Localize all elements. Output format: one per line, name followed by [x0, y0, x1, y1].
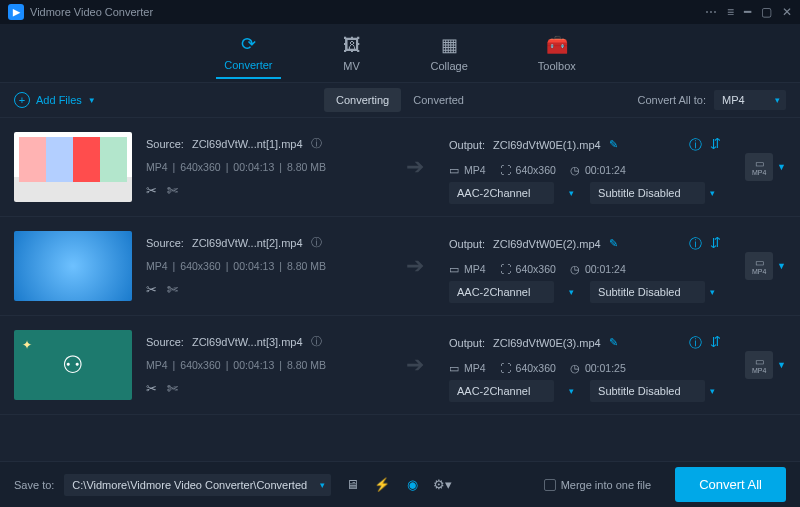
chevron-down-icon: ▼ — [88, 96, 96, 105]
convert-all-label: Convert All to: — [638, 94, 706, 106]
merge-checkbox[interactable]: Merge into one file — [544, 479, 652, 491]
settings-icon[interactable]: ⚙▾ — [431, 474, 453, 496]
profile-button[interactable]: ▭MP4 — [745, 252, 773, 280]
profile-button[interactable]: ▭MP4 — [745, 351, 773, 379]
source-actions: ✂ ✄ — [146, 282, 381, 297]
profile-wrap: ▭MP4 ▼ — [735, 252, 786, 280]
rename-icon[interactable]: ✎ — [609, 237, 618, 250]
profile-chevron-icon[interactable]: ▼ — [777, 261, 786, 271]
save-path-select[interactable]: C:\Vidmore\Vidmore Video Converter\Conve… — [64, 479, 331, 491]
output-meta: ▭MP4 ⛶640x360 ◷00:01:25 — [449, 362, 721, 375]
audio-value: AAC-2Channel — [449, 281, 554, 303]
film-icon: ▭ — [755, 356, 764, 367]
rename-icon[interactable]: ✎ — [609, 138, 618, 151]
mediainfo-icon[interactable]: ⓘ — [689, 235, 702, 253]
compress-icon[interactable]: ⇵ — [710, 136, 721, 154]
source-column: Source: ZCl69dVtW...nt[1].mp4 ⓘ MP4| 640… — [146, 136, 381, 198]
duration: 00:04:13 — [233, 359, 274, 371]
profile-chevron-icon[interactable]: ▼ — [777, 360, 786, 370]
main-nav: ⟳ Converter 🖼 MV ▦ Collage 🧰 Toolbox — [0, 24, 800, 82]
audio-select[interactable]: AAC-2Channel — [449, 385, 580, 397]
clock-icon: ◷ — [570, 362, 580, 375]
audio-select[interactable]: AAC-2Channel — [449, 286, 580, 298]
close-icon[interactable]: ✕ — [782, 5, 792, 19]
out-duration: 00:01:24 — [585, 263, 626, 275]
video-thumbnail[interactable] — [14, 132, 132, 202]
mediainfo-icon[interactable]: ⓘ — [689, 136, 702, 154]
mv-icon: 🖼 — [343, 35, 361, 56]
out-format: MP4 — [464, 263, 486, 275]
file-list: Source: ZCl69dVtW...nt[1].mp4 ⓘ MP4| 640… — [0, 118, 800, 461]
trim-icon[interactable]: ✂ — [146, 183, 157, 198]
arrow-icon: ➔ — [395, 154, 435, 180]
format-value: MP4 — [714, 90, 786, 110]
nav-collage[interactable]: ▦ Collage — [423, 28, 476, 78]
compress-icon[interactable]: ⇵ — [710, 235, 721, 253]
minimize-icon[interactable]: ━ — [744, 5, 751, 19]
edit-icon[interactable]: ✄ — [167, 282, 178, 297]
collage-icon: ▦ — [441, 34, 458, 56]
output-row: Output: ZCl69dVtW0E(2).mp4 ✎ ⓘ ⇵ — [449, 235, 721, 253]
mediainfo-icon[interactable]: ⓘ — [689, 334, 702, 352]
source-label: Source: — [146, 336, 184, 348]
format: MP4 — [146, 359, 168, 371]
output-filename: ZCl69dVtW0E(2).mp4 — [493, 238, 601, 250]
trim-icon[interactable]: ✂ — [146, 282, 157, 297]
source-filename: ZCl69dVtW...nt[1].mp4 — [192, 138, 303, 150]
video-thumbnail[interactable] — [14, 231, 132, 301]
out-resolution: 640x360 — [516, 362, 556, 374]
subtitle-select[interactable]: Subtitle Disabled — [590, 286, 721, 298]
profile-button[interactable]: ▭MP4 — [745, 153, 773, 181]
info-icon[interactable]: ⓘ — [311, 136, 322, 151]
rename-icon[interactable]: ✎ — [609, 336, 618, 349]
info-icon[interactable]: ⓘ — [311, 334, 322, 349]
arrow-icon: ➔ — [395, 253, 435, 279]
nav-converter[interactable]: ⟳ Converter — [216, 27, 280, 79]
hardware-accel-icon[interactable]: ⚡ — [371, 474, 393, 496]
tab-converting[interactable]: Converting — [324, 88, 401, 112]
compress-icon[interactable]: ⇵ — [710, 334, 721, 352]
nav-mv[interactable]: 🖼 MV — [335, 29, 369, 78]
toolbar: + Add Files ▼ Converting Converted Conve… — [0, 82, 800, 118]
format-select[interactable]: MP4 — [714, 90, 786, 110]
video-thumbnail[interactable] — [14, 330, 132, 400]
open-folder-icon[interactable]: 🖥 — [341, 474, 363, 496]
out-resolution: 640x360 — [516, 164, 556, 176]
nav-toolbox[interactable]: 🧰 Toolbox — [530, 28, 584, 78]
subtitle-select[interactable]: Subtitle Disabled — [590, 187, 721, 199]
profile-chevron-icon[interactable]: ▼ — [777, 162, 786, 172]
audio-value: AAC-2Channel — [449, 380, 554, 402]
add-files-button[interactable]: + Add Files ▼ — [14, 92, 96, 108]
info-icon[interactable]: ⓘ — [311, 235, 322, 250]
list-item: Source: ZCl69dVtW...nt[3].mp4 ⓘ MP4| 640… — [0, 316, 800, 415]
tab-converted[interactable]: Converted — [401, 88, 476, 112]
out-duration: 00:01:25 — [585, 362, 626, 374]
edit-icon[interactable]: ✄ — [167, 183, 178, 198]
nav-label: MV — [343, 60, 360, 72]
edit-icon[interactable]: ✄ — [167, 381, 178, 396]
resolution: 640x360 — [180, 359, 220, 371]
app-logo-icon: ▶ — [8, 4, 24, 20]
maximize-icon[interactable]: ▢ — [761, 5, 772, 19]
video-icon: ▭ — [449, 362, 459, 375]
subtitle-select[interactable]: Subtitle Disabled — [590, 385, 721, 397]
video-icon: ▭ — [449, 164, 459, 177]
convert-all-button[interactable]: Convert All — [675, 467, 786, 502]
audio-select[interactable]: AAC-2Channel — [449, 187, 580, 199]
window-controls: ⋯ ≡ ━ ▢ ✕ — [705, 5, 792, 19]
out-duration: 00:01:24 — [585, 164, 626, 176]
output-row: Output: ZCl69dVtW0E(1).mp4 ✎ ⓘ ⇵ — [449, 136, 721, 154]
out-format: MP4 — [464, 362, 486, 374]
subtitle-value: Subtitle Disabled — [590, 380, 705, 402]
source-row: Source: ZCl69dVtW...nt[2].mp4 ⓘ — [146, 235, 381, 250]
source-row: Source: ZCl69dVtW...nt[3].mp4 ⓘ — [146, 334, 381, 349]
trim-icon[interactable]: ✂ — [146, 381, 157, 396]
out-resolution: 640x360 — [516, 263, 556, 275]
profile-format: MP4 — [752, 169, 766, 176]
output-label: Output: — [449, 139, 485, 151]
menu-icon[interactable]: ≡ — [727, 5, 734, 19]
checkbox-icon — [544, 479, 556, 491]
high-speed-icon[interactable]: ◉ — [401, 474, 423, 496]
feedback-icon[interactable]: ⋯ — [705, 5, 717, 19]
bottom-bar: Save to: C:\Vidmore\Vidmore Video Conver… — [0, 461, 800, 507]
